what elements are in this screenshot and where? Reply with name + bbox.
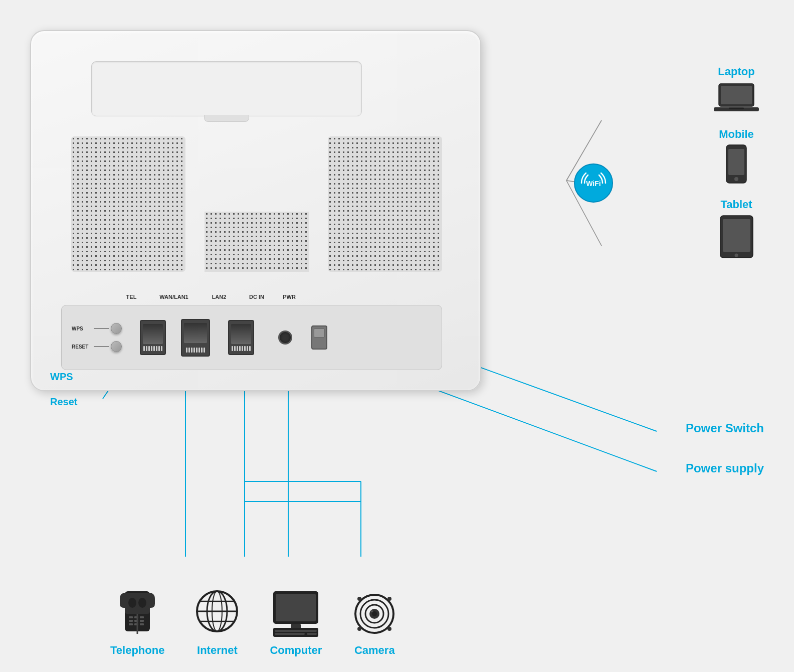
computer-label: Computer: [270, 644, 322, 657]
svg-rect-32: [129, 616, 133, 618]
pin4: [151, 346, 152, 351]
spacer: [72, 334, 122, 341]
port-label-pwr: PWR: [274, 292, 304, 301]
svg-rect-38: [140, 616, 144, 618]
vent-right: [328, 136, 442, 272]
pin5: [196, 348, 197, 353]
svg-rect-33: [129, 620, 133, 622]
telephone-device: Telephone: [110, 589, 164, 657]
wps-reset-labels: WPS RESET: [72, 323, 122, 352]
svg-rect-54: [275, 630, 317, 632]
port-area: WPS RESET: [61, 305, 442, 370]
pin1: [186, 348, 187, 353]
reset-pair: RESET: [72, 341, 122, 352]
telephone-icon: [115, 589, 160, 639]
svg-rect-23: [728, 149, 744, 175]
wifi-symbol-area: WiFi: [573, 163, 614, 205]
wps-inline-label: WPS: [72, 326, 91, 331]
svg-rect-21: [729, 107, 744, 109]
camera-icon: [352, 589, 397, 639]
tablet-label: Tablet: [720, 198, 752, 211]
tel-port: [140, 320, 166, 355]
lan2-port-group: [228, 320, 254, 355]
lan2-pins: [232, 346, 251, 351]
svg-point-24: [734, 177, 738, 181]
internet-label: Internet: [197, 644, 238, 657]
svg-rect-55: [275, 633, 305, 635]
power-switch[interactable]: [311, 325, 327, 350]
tel-port-pins: [143, 346, 162, 351]
svg-rect-34: [129, 623, 133, 625]
wifi-icon: WiFi: [573, 163, 614, 203]
svg-rect-40: [140, 623, 144, 625]
pin3: [191, 348, 192, 353]
vent-gap-left: [185, 136, 205, 272]
tel-port-group: [140, 320, 166, 355]
camera-device: Camera: [352, 589, 397, 657]
wps-button[interactable]: [111, 323, 122, 334]
port-label-row: TEL WAN/LAN1 LAN2 DC IN PWR: [114, 292, 455, 301]
pin7: [158, 346, 160, 351]
reset-button-group: [94, 341, 122, 352]
laptop-device: Laptop: [714, 65, 759, 114]
pin3: [237, 346, 238, 351]
router-label-sticker: [91, 61, 362, 116]
vent-area: [71, 136, 442, 272]
router-body: TEL WAN/LAN1 LAN2 DC IN PWR WPS: [30, 30, 481, 391]
svg-point-41: [128, 598, 136, 608]
vent-gap-right: [309, 136, 328, 272]
svg-point-62: [371, 610, 373, 612]
pin2: [234, 346, 236, 351]
pin3: [148, 346, 150, 351]
reset-inline-label: RESET: [72, 344, 91, 350]
reset-wire: [94, 346, 109, 347]
power-supply-label: Power supply: [686, 461, 764, 475]
port-label-wan-lan1: WAN/LAN1: [149, 292, 199, 301]
router-label-tab: [204, 115, 249, 122]
wifi-devices-panel: Laptop Mobile Tablet: [714, 65, 759, 259]
reset-button[interactable]: [111, 341, 122, 352]
svg-rect-39: [140, 620, 144, 622]
svg-point-42: [138, 598, 146, 608]
pin7: [201, 348, 203, 353]
wps-label: WPS: [50, 371, 73, 383]
wan-lan1-port: [181, 319, 210, 357]
telephone-label: Telephone: [110, 644, 164, 657]
svg-rect-56: [307, 633, 317, 635]
pin4: [239, 346, 241, 351]
lan2-port: [228, 320, 254, 355]
vent-left: [71, 136, 185, 272]
pin8: [204, 348, 205, 353]
svg-rect-26: [723, 219, 750, 252]
vent-middle-inner: [205, 212, 309, 272]
mobile-icon: [724, 144, 749, 184]
wan-lan1-port-group: [181, 319, 210, 357]
svg-point-61: [372, 611, 377, 616]
pin2: [188, 348, 190, 353]
pin2: [146, 346, 147, 351]
dc-in-port-group: [278, 330, 292, 345]
pin6: [244, 346, 246, 351]
pin8: [161, 346, 162, 351]
laptop-label: Laptop: [718, 65, 754, 78]
internet-icon: [194, 589, 240, 639]
wps-reset-group: WPS RESET: [72, 323, 122, 352]
pin1: [232, 346, 233, 351]
power-switch-label: Power Switch: [686, 421, 764, 435]
pin6: [198, 348, 200, 353]
svg-text:WiFi: WiFi: [586, 180, 601, 188]
mobile-label: Mobile: [719, 128, 754, 141]
pin6: [156, 346, 157, 351]
camera-label: Camera: [354, 644, 395, 657]
pin8: [249, 346, 251, 351]
bottom-devices-row: Telephone Internet: [110, 589, 397, 657]
svg-rect-53: [273, 628, 318, 637]
pin7: [247, 346, 248, 351]
tablet-icon: [718, 214, 755, 259]
pwr-switch-group: [311, 325, 327, 350]
mobile-device: Mobile: [719, 128, 754, 184]
reset-label: Reset: [50, 396, 77, 408]
port-label-lan2: LAN2: [199, 292, 239, 301]
wan-lan1-pins: [186, 348, 205, 353]
computer-icon: [271, 589, 321, 639]
